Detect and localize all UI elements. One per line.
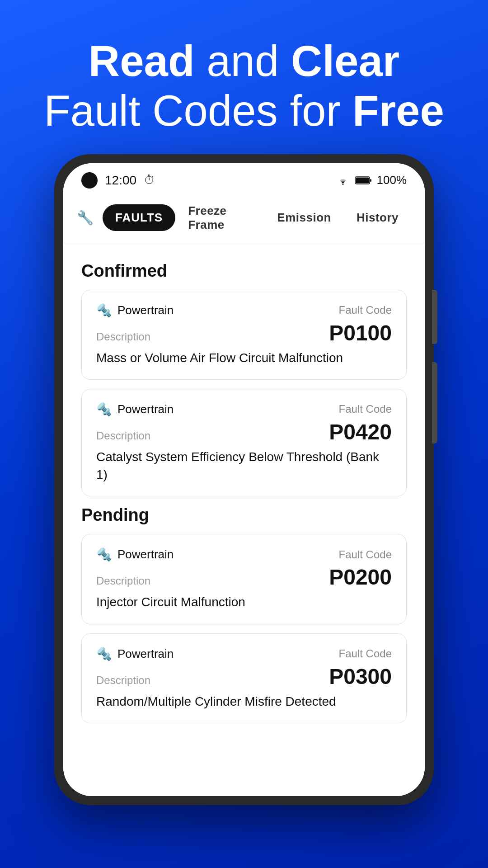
tab-history[interactable]: History xyxy=(344,204,411,231)
hero-and: and xyxy=(206,37,291,85)
tab-emission[interactable]: Emission xyxy=(264,204,344,231)
camera-icon xyxy=(81,172,98,189)
wifi-icon xyxy=(336,175,350,185)
system-label-4: Powertrain xyxy=(117,647,174,661)
description-text-2: Catalyst System Efficiency Below Thresho… xyxy=(96,448,392,483)
description-label-3: Description xyxy=(96,575,150,587)
description-label-4: Description xyxy=(96,674,150,687)
status-right: 100% xyxy=(336,173,407,187)
svg-point-0 xyxy=(342,184,343,185)
hero-section: Read and Clear Fault Codes for Free xyxy=(0,0,488,154)
tab-faults[interactable]: Faults xyxy=(103,204,175,231)
fault-code-1: P0100 xyxy=(329,321,392,345)
diagnostic-icon: 🔧 xyxy=(77,210,94,226)
engine-icon-3: 🔩 xyxy=(96,547,112,562)
card-system-2: 🔩 Powertrain xyxy=(96,402,174,417)
system-label-1: Powertrain xyxy=(117,303,174,317)
side-button-1 xyxy=(432,290,437,344)
svg-rect-3 xyxy=(370,179,371,182)
description-text-3: Injector Circuit Malfunction xyxy=(96,593,392,611)
tab-freeze-frame[interactable]: Freeze Frame xyxy=(175,198,264,238)
status-bar: 12:00 ⏱ 100% xyxy=(63,163,425,193)
fault-card-p0200[interactable]: 🔩 Powertrain Fault Code Description P020… xyxy=(81,534,407,624)
hero-line1: Read and Clear xyxy=(27,36,461,86)
pending-section: Pending 🔩 Powertrain Fault Code Descript… xyxy=(81,505,407,723)
phone-screen: 12:00 ⏱ 100% xyxy=(63,163,425,796)
fault-card-p0100[interactable]: 🔩 Powertrain Fault Code Description P010… xyxy=(81,290,407,380)
confirmed-title: Confirmed xyxy=(81,261,407,281)
status-left: 12:00 ⏱ xyxy=(81,172,155,189)
fault-card-p0300[interactable]: 🔩 Powertrain Fault Code Description P030… xyxy=(81,633,407,723)
hero-free: Free xyxy=(352,86,444,135)
svg-rect-2 xyxy=(356,177,369,183)
engine-icon-4: 🔩 xyxy=(96,646,112,661)
description-text-4: Random/Multiple Cylinder Misfire Detecte… xyxy=(96,693,392,710)
engine-icon-2: 🔩 xyxy=(96,402,112,417)
tab-bar: 🔧 Faults Freeze Frame Emission History xyxy=(63,193,425,243)
hero-subtitle-normal: Fault Codes for xyxy=(44,86,352,135)
fault-code-label-4: Fault Code xyxy=(339,647,392,660)
side-button-2 xyxy=(432,362,437,443)
description-label-1: Description xyxy=(96,330,150,343)
hero-clear: Clear xyxy=(291,37,399,85)
main-content: Confirmed 🔩 Powertrain Fault Code Descri… xyxy=(63,243,425,796)
hero-read: Read xyxy=(89,37,195,85)
confirmed-section: Confirmed 🔩 Powertrain Fault Code Descri… xyxy=(81,261,407,497)
timer-icon: ⏱ xyxy=(144,173,155,187)
fault-code-label-1: Fault Code xyxy=(339,304,392,316)
system-label-2: Powertrain xyxy=(117,402,174,416)
fault-code-3: P0200 xyxy=(329,565,392,590)
status-time: 12:00 xyxy=(105,173,136,188)
card-system-1: 🔩 Powertrain xyxy=(96,303,174,318)
battery-percent: 100% xyxy=(377,173,407,187)
card-system-4: 🔩 Powertrain xyxy=(96,646,174,661)
fault-code-4: P0300 xyxy=(329,664,392,689)
fault-code-2: P0420 xyxy=(329,420,392,444)
fault-code-label-3: Fault Code xyxy=(339,548,392,561)
hero-line2: Fault Codes for Free xyxy=(27,86,461,136)
battery-icon xyxy=(355,176,371,184)
system-label-3: Powertrain xyxy=(117,547,174,561)
card-system-3: 🔩 Powertrain xyxy=(96,547,174,562)
phone-device: 12:00 ⏱ 100% xyxy=(54,154,434,805)
description-text-1: Mass or Volume Air Flow Circuit Malfunct… xyxy=(96,349,392,367)
description-label-2: Description xyxy=(96,429,150,442)
fault-card-p0420[interactable]: 🔩 Powertrain Fault Code Description P042… xyxy=(81,389,407,496)
pending-title: Pending xyxy=(81,505,407,525)
fault-code-label-2: Fault Code xyxy=(339,403,392,415)
engine-icon-1: 🔩 xyxy=(96,303,112,318)
